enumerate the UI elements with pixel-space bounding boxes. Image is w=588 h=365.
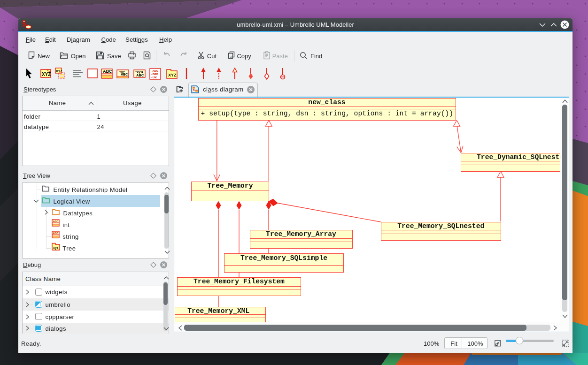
svg-text:XYZ: XYZ [42, 72, 51, 77]
svg-text:ABC: ABC [121, 73, 128, 76]
svg-text:ABC: ABC [53, 232, 59, 235]
svg-text:- DEF: - DEF [151, 73, 158, 76]
svg-text:XYZ: XYZ [168, 73, 177, 77]
svg-text:- ABC: - ABC [151, 69, 159, 72]
svg-text:ABC: ABC [53, 220, 59, 223]
svg-text:- IJK: - IJK [151, 76, 157, 79]
svg-text:xyz: xyz [53, 246, 59, 250]
svg-text:ABC: ABC [136, 73, 144, 77]
svg-text:ABC: ABC [103, 69, 112, 74]
